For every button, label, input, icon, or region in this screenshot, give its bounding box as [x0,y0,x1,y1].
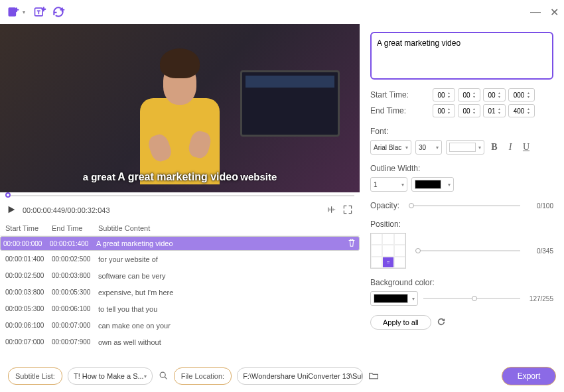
end-ms-input[interactable]: ▴▾ [508,104,535,117]
opacity-slider[interactable] [409,205,520,206]
bg-color-select[interactable]: ▾ [370,291,418,306]
apply-to-all-button[interactable]: Apply to all [370,315,431,330]
row-text: A great marketing video [96,239,347,247]
close-button[interactable]: ✕ [550,6,559,19]
row-text: can make one on your [98,322,354,330]
end-s-input[interactable]: ▴▾ [483,104,506,117]
end-time-label: End Time: [370,106,430,115]
file-location-select[interactable]: F:\Wondershare UniConverter 13\SubEdi▾ [237,367,363,385]
reset-button[interactable] [437,317,446,328]
table-row[interactable]: 00:00:03:80000:00:05:300expensive, but I… [0,284,360,300]
start-m-input[interactable]: ▴▾ [458,88,480,101]
titlebar-toolbar: ▾ — ✕ [0,0,564,24]
row-text: expensive, but I'm here [98,289,354,296]
bold-button[interactable]: B [488,141,500,153]
row-start: 00:00:05:300 [5,305,52,312]
start-h-input[interactable]: ▴▾ [433,88,455,101]
row-text: software can be very [98,272,354,280]
playbar: 00:00:00:449/00:00:32:043 [0,200,360,220]
row-end: 00:00:07:000 [52,322,98,329]
svg-point-2 [160,372,165,377]
folder-icon[interactable] [368,370,379,383]
row-start: 00:00:02:500 [5,272,52,279]
chevron-down-icon[interactable]: ▾ [23,9,25,15]
position-grid[interactable]: = [370,233,406,269]
video-preview[interactable]: a great A great marketing video website [0,24,360,192]
export-button[interactable]: Export [502,367,556,385]
row-start: 00:00:01:400 [5,255,52,263]
table-row[interactable]: 00:00:06:10000:00:07:000can make one on … [0,317,360,334]
table-row[interactable]: 00:00:02:50000:00:03:800software can be … [0,267,360,284]
table-row[interactable]: 00:00:07:90000:00:09:200having expensive… [0,350,360,356]
position-bottom-center[interactable]: = [382,257,393,268]
subtitle-list-label: Subtitle List: [8,367,62,385]
search-icon[interactable] [158,370,169,383]
table-row[interactable]: 00:00:01:40000:00:02:500for your website… [0,251,360,267]
header-content: Subtitle Content [98,224,354,232]
video-subtitle-overlay: a great A great marketing video website [0,171,360,183]
timeline-scrubber[interactable] [0,192,360,200]
row-text: own as well without [98,338,354,346]
table-row[interactable]: 00:00:05:30000:00:06:100to tell you that… [0,300,360,317]
row-text: to tell you that you [98,305,354,313]
row-end: 00:00:09:200 [52,355,98,356]
outline-color-select[interactable]: ▾ [411,177,454,192]
font-size-select[interactable]: 30▾ [415,140,442,155]
subtitle-editor-panel: Start Time: ▴▾ ▴▾ ▴▾ ▴▾ End Time: ▴▾ ▴▾ … [360,24,564,356]
font-family-select[interactable]: Arial Blac▾ [370,140,411,155]
delete-row-icon[interactable] [347,238,356,249]
end-m-input[interactable]: ▴▾ [458,104,480,117]
end-h-input[interactable]: ▴▾ [433,104,455,117]
refresh-button[interactable] [50,4,66,20]
minimize-button[interactable]: — [530,6,541,18]
subtitle-suffix: website [240,171,277,182]
subtitle-table-header: Start Time End Time Subtitle Content [0,220,360,236]
table-row[interactable]: 00:00:07:00000:00:07:900own as well with… [0,334,360,350]
row-start: 00:00:07:900 [5,355,52,356]
row-end: 00:00:01:400 [50,240,96,247]
subtitle-table: 00:00:00:00000:00:01:400A great marketin… [0,236,360,356]
row-start: 00:00:03:800 [5,289,52,296]
start-s-input[interactable]: ▴▾ [483,88,506,101]
svg-rect-0 [9,7,17,16]
time-display: 00:00:00:449/00:00:32:043 [23,206,110,214]
outline-width-label: Outline Width: [370,164,553,173]
outline-width-select[interactable]: 1▾ [370,177,407,192]
underline-button[interactable]: U [520,141,532,153]
play-button[interactable] [7,205,16,216]
bg-opacity-value: 127/255 [526,295,553,302]
row-end: 00:00:03:800 [52,272,98,279]
timeline-handle[interactable] [5,192,11,198]
position-label: Position: [370,220,553,229]
subtitle-prefix: a great [83,171,115,182]
start-ms-input[interactable]: ▴▾ [508,88,535,101]
subtitle-list-select[interactable]: T! How to Make a S...▾ [68,367,153,385]
subtitle-main: A great marketing video [117,171,238,183]
font-color-select[interactable]: ▾ [446,140,484,155]
person-figure [127,48,233,181]
table-row[interactable]: 00:00:00:00000:00:01:400A great marketin… [0,236,360,251]
position-slider[interactable] [415,250,520,251]
row-text: having expensive gear [98,355,354,356]
row-start: 00:00:06:100 [5,322,52,329]
row-start: 00:00:07:000 [5,338,52,346]
opacity-label: Opacity: [370,201,403,210]
bg-color-label: Background color: [370,278,553,287]
header-start: Start Time [5,224,52,232]
row-end: 00:00:07:900 [52,338,98,346]
italic-button[interactable]: I [504,141,516,153]
fullscreen-button[interactable] [342,204,353,217]
add-media-button[interactable] [5,4,21,20]
font-label: Font: [370,127,553,136]
bottom-bar: Subtitle List: T! How to Make a S...▾ Fi… [0,360,564,392]
bg-opacity-slider[interactable] [423,298,520,299]
add-text-button[interactable] [32,4,48,20]
subtitle-text-input[interactable] [370,32,553,80]
row-start: 00:00:00:000 [3,240,50,247]
header-end: End Time [52,224,98,232]
row-end: 00:00:02:500 [52,255,98,263]
row-text: for your website of [98,255,354,263]
waveform-button[interactable] [325,204,336,217]
position-value: 0/345 [526,247,553,255]
row-end: 00:00:06:100 [52,305,98,312]
